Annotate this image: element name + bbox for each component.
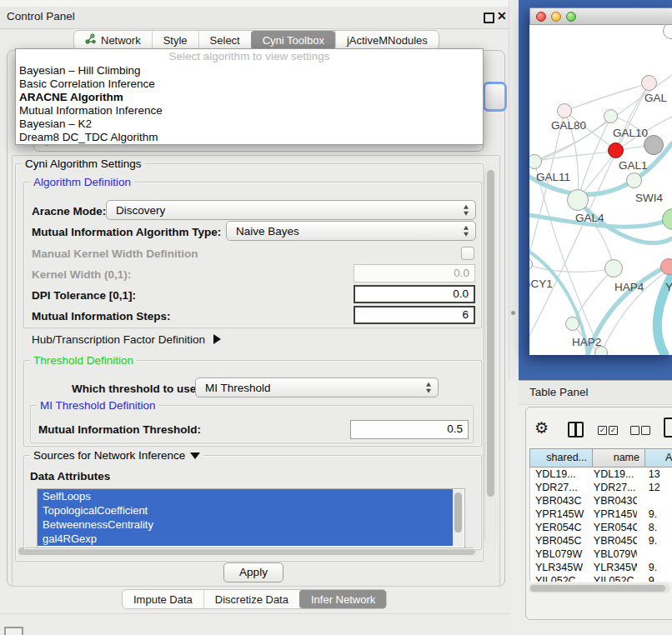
dpi-tolerance-field[interactable]: 0.0 <box>354 285 475 303</box>
deselect-all-icon[interactable] <box>630 426 639 435</box>
network-node-gal10[interactable] <box>604 109 618 123</box>
table-panel-title: Table Panel <box>529 386 589 398</box>
table-row[interactable]: YBR045C YBR045C 9. <box>530 534 672 548</box>
settings-vertical-scrollbar[interactable] <box>484 167 497 543</box>
tab-select[interactable]: Select <box>198 31 251 49</box>
stepper-icon <box>426 382 431 393</box>
screen: Control Panel ✕ Network Style Select Cyn… <box>0 0 672 635</box>
table-row[interactable]: YPR145W YPR145W 9. <box>530 508 672 521</box>
algorithm-option[interactable]: Basic Correlation Inference <box>16 78 483 91</box>
collapse-arrow-icon <box>190 452 200 459</box>
dock-panel-icon[interactable] <box>4 627 23 635</box>
sources-title[interactable]: Sources for Network Inference <box>30 449 203 462</box>
node-label: SWI4 <box>635 192 663 204</box>
column-header-name[interactable]: name <box>593 448 645 468</box>
tab-style[interactable]: Style <box>152 31 198 49</box>
tab-network[interactable]: Network <box>74 31 152 49</box>
hub-section-toggle[interactable]: Hub/Transcription Factor Definition <box>32 333 221 346</box>
kernel-width-field[interactable]: 0.0 <box>354 264 475 282</box>
stepper-icon <box>464 226 469 237</box>
data-attributes-list: SelfLoopsTopologicalCoefficientBetweenne… <box>37 488 465 548</box>
column-header-clipped[interactable]: A <box>645 448 672 468</box>
network-window-titlebar[interactable] <box>529 8 672 25</box>
column-header-shared-name[interactable]: shared... <box>529 448 593 468</box>
control-panel-title: Control Panel <box>7 10 75 22</box>
tab-impute-data[interactable]: Impute Data <box>123 590 203 608</box>
select-all-icon[interactable]: ✓ <box>598 426 607 435</box>
mi-threshold-field[interactable]: 0.5 <box>350 420 469 439</box>
mi-steps-field[interactable]: 6 <box>354 306 475 324</box>
dropdown-placeholder: Select algorithm to view settings <box>16 49 483 64</box>
stepper-icon <box>464 205 469 216</box>
table-rows: YDL19... YDL19... 13 YDR27... YDR27... 1… <box>529 468 672 582</box>
node-label: GAL1 <box>619 159 648 172</box>
gear-icon[interactable]: ⚙ <box>534 418 549 438</box>
network-node-gal[interactable] <box>641 75 657 91</box>
table-row[interactable]: YBR043C YBR043C <box>530 494 672 508</box>
split-columns-icon[interactable] <box>568 422 584 438</box>
attribute-item[interactable]: SelfLoops <box>38 489 453 503</box>
close-icon[interactable]: ✕ <box>497 9 507 22</box>
splitter-handle-icon <box>511 311 515 315</box>
mi-type-label: Mutual Information Algorithm Type: <box>32 226 221 238</box>
control-panel-titlebar[interactable] <box>0 7 509 29</box>
network-node-hap2[interactable] <box>565 317 579 331</box>
table-row[interactable]: YDL19... YDL19... 13 <box>530 468 672 481</box>
table-row[interactable]: YDR27... YDR27... 12 <box>530 481 672 494</box>
window-bottom-edge <box>0 613 510 614</box>
node-label: GCY1 <box>529 278 553 290</box>
algorithm-option[interactable]: ARACNE Algorithm <box>16 91 483 104</box>
network-canvas[interactable]: GAL GAL80 GAL10 GAL1 GAL11 SWI4 GAL4 GCY… <box>529 25 672 355</box>
network-node-gal1-selected[interactable] <box>608 142 624 158</box>
algorithm-option[interactable]: Mutual Information Inference <box>16 104 483 118</box>
network-node[interactable] <box>594 346 608 355</box>
tab-infer-network[interactable]: Infer Network <box>299 590 386 608</box>
new-table-icon[interactable] <box>664 418 672 438</box>
network-node[interactable] <box>660 258 672 275</box>
zoom-traffic-light-icon[interactable] <box>566 12 576 22</box>
tab-jactivemnodules[interactable]: jActiveMNodules <box>335 31 439 49</box>
mi-type-combo[interactable]: Naive Bayes <box>226 221 476 241</box>
network-tab-icon <box>85 33 96 47</box>
cyni-settings-title: Cyni Algorithm Settings <box>22 158 145 170</box>
manual-kernel-width-checkbox[interactable] <box>461 247 474 260</box>
minimize-traffic-light-icon[interactable] <box>551 12 561 22</box>
deselect-all-icon[interactable] <box>641 426 650 435</box>
select-all-icon[interactable]: ✓ <box>609 426 618 435</box>
mi-steps-label: Mutual Information Steps: <box>32 310 171 322</box>
network-node-hap4[interactable] <box>604 259 623 278</box>
attribute-item[interactable]: gal4RGexp <box>38 532 453 546</box>
apply-button[interactable]: Apply <box>223 562 283 582</box>
control-panel-tabbar: Network Style Select Cyni Toolbox jActiv… <box>73 30 439 50</box>
which-threshold-combo[interactable]: MI Threshold <box>195 378 439 398</box>
node-label: GAL10 <box>613 127 648 139</box>
algorithm-option[interactable]: Bayesian – K2 <box>16 118 483 131</box>
aracne-mode-combo[interactable]: Discovery <box>106 200 476 220</box>
close-traffic-light-icon[interactable] <box>536 12 546 22</box>
network-node[interactable] <box>644 135 664 155</box>
algorithm-combo-fragment[interactable] <box>483 82 507 112</box>
tab-discretize-data[interactable]: Discretize Data <box>203 590 299 608</box>
table-row[interactable]: YLR345W YLR345W 9. <box>530 561 672 574</box>
float-window-icon[interactable] <box>484 12 494 23</box>
algorithm-option[interactable]: Bayesian – Hill Climbing <box>16 64 483 78</box>
table-row[interactable]: YER054C YER054C 8. <box>530 521 672 534</box>
mi-threshold-label: Mutual Information Threshold: <box>38 423 201 436</box>
network-node-swi4[interactable] <box>626 172 642 188</box>
network-node-gal4[interactable] <box>567 189 589 211</box>
table-horizontal-scrollbar[interactable] <box>529 583 670 593</box>
table-row[interactable]: YBL079W YBL079W <box>530 548 672 561</box>
manual-kernel-width-label: Manual Kernel Width Definition <box>32 248 198 260</box>
algorithm-option[interactable]: Dream8 DC_TDC Algorithm <box>16 131 483 144</box>
node-label: GAL <box>644 92 667 104</box>
attribute-item[interactable]: BetweennessCentrality <box>38 518 453 532</box>
table-row[interactable]: YIL052C YIL052C 9 <box>530 574 672 582</box>
kernel-width-label: Kernel Width (0,1): <box>32 268 131 281</box>
node-label: GAL11 <box>536 171 570 183</box>
attributes-scrollbar[interactable] <box>453 490 464 547</box>
algorithm-option-list: Bayesian – Hill ClimbingBasic Correlatio… <box>16 64 483 144</box>
attribute-item[interactable]: TopologicalCoefficient <box>38 503 453 518</box>
tab-cyni-toolbox[interactable]: Cyni Toolbox <box>251 31 335 49</box>
node-label: GAL80 <box>551 119 586 132</box>
network-node-gal80[interactable] <box>557 103 572 118</box>
